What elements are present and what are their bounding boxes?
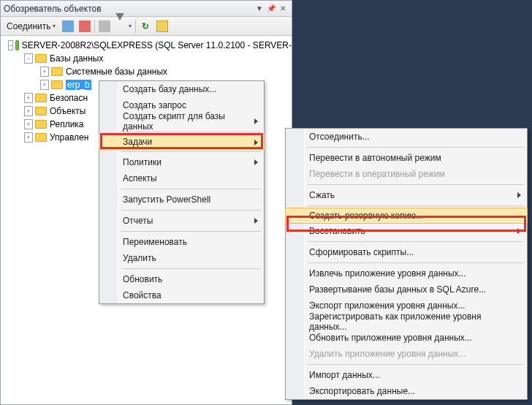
objects-label: Объекты bbox=[50, 106, 86, 116]
menu-separator bbox=[308, 205, 524, 206]
mi-import[interactable]: Импорт данных... bbox=[286, 367, 527, 383]
mi-deploy-azure[interactable]: Развертывание базы данных в SQL Azure... bbox=[286, 281, 527, 298]
refresh-button[interactable]: ↻ bbox=[138, 19, 153, 34]
collapse-icon[interactable]: − bbox=[24, 53, 33, 64]
folder-icon bbox=[35, 54, 47, 63]
menu-separator bbox=[308, 241, 524, 242]
mi-create-script[interactable]: Создать скрипт для базы данных bbox=[99, 113, 264, 129]
database-context-menu: Создать базу данных... Создать запрос Со… bbox=[99, 80, 265, 304]
folder-icon bbox=[51, 67, 63, 76]
folder-icon bbox=[35, 133, 47, 142]
filter-button[interactable] bbox=[114, 19, 133, 34]
menu-separator bbox=[308, 262, 524, 263]
toolbar-separator bbox=[135, 20, 136, 33]
menu-separator bbox=[121, 268, 261, 269]
toolbar-separator bbox=[94, 20, 95, 33]
mi-extract-dt[interactable]: Извлечь приложение уровня данных... bbox=[286, 265, 527, 281]
mi-register-dt[interactable]: Зарегистрировать как приложение уровня д… bbox=[286, 314, 527, 330]
menu-separator bbox=[121, 132, 261, 132]
mi-backup[interactable]: Создать резервную копию... bbox=[285, 208, 528, 224]
tree-databases-node[interactable]: − Базы данных bbox=[4, 52, 292, 65]
mi-create-db[interactable]: Создать базу данных... bbox=[99, 81, 264, 97]
folder-icon bbox=[35, 94, 47, 102]
mi-policies[interactable]: Политики bbox=[99, 154, 264, 170]
mi-compress[interactable]: Сжать bbox=[286, 187, 527, 203]
security-label: Безопасн bbox=[50, 93, 88, 103]
mi-update-dt[interactable]: Обновить приложение уровня данных... bbox=[286, 330, 527, 346]
expand-icon[interactable]: + bbox=[40, 80, 49, 90]
menu-separator bbox=[121, 210, 261, 211]
panel-title: Обозреватель объектов bbox=[4, 4, 254, 14]
mi-powershell[interactable]: Запустить PowerShell bbox=[99, 192, 264, 208]
dbs-label: Базы данных bbox=[50, 53, 103, 64]
folder-icon bbox=[35, 120, 47, 129]
replication-label: Реплика bbox=[50, 119, 84, 129]
mi-properties[interactable]: Свойства bbox=[99, 287, 264, 303]
mi-delete[interactable]: Удалить bbox=[99, 250, 264, 266]
expand-icon[interactable]: + bbox=[24, 132, 33, 143]
disconnect-server-button[interactable] bbox=[77, 19, 92, 34]
tree-server-node[interactable]: − SERVER-2008R2\SQLEXPRESS (SQL Server 1… bbox=[4, 39, 292, 52]
expand-icon[interactable]: + bbox=[24, 106, 33, 116]
folder-icon bbox=[35, 107, 47, 116]
menu-separator bbox=[121, 189, 261, 189]
collapse-icon[interactable]: − bbox=[8, 40, 13, 50]
connect-button[interactable]: Соединить bbox=[4, 19, 58, 34]
tasks-submenu: Отсоединить... Перевести в автономный ре… bbox=[285, 128, 528, 400]
expand-icon[interactable]: + bbox=[40, 67, 49, 77]
close-icon[interactable]: ✕ bbox=[278, 4, 288, 14]
panel-titlebar: Обозреватель объектов ▼ 📌 ✕ bbox=[1, 1, 292, 17]
connect-server-button[interactable] bbox=[61, 19, 75, 34]
expand-icon[interactable]: + bbox=[24, 93, 33, 103]
mi-restore[interactable]: Восстановить bbox=[286, 223, 527, 239]
toolbar: Соединить ↻ bbox=[1, 17, 292, 36]
mi-refresh[interactable]: Обновить bbox=[99, 271, 264, 287]
mi-aspects[interactable]: Аспекты bbox=[99, 170, 264, 186]
mi-reports[interactable]: Отчеты bbox=[99, 213, 264, 229]
pin-icon[interactable]: 📌 bbox=[266, 4, 276, 14]
menu-separator bbox=[308, 147, 524, 148]
mi-scripts[interactable]: Сформировать скрипты... bbox=[286, 244, 527, 260]
selected-db-label: erp_b bbox=[66, 80, 91, 90]
tree-sysdbs-node[interactable]: + Системные базы данных bbox=[4, 65, 292, 78]
mi-export[interactable]: Экспортировать данные... bbox=[286, 383, 527, 399]
mi-rename[interactable]: Переименовать bbox=[99, 234, 264, 250]
menu-separator bbox=[308, 184, 524, 185]
menu-separator bbox=[121, 151, 261, 152]
mi-delete-dt: Удалить приложение уровня данных... bbox=[286, 346, 527, 362]
sysdbs-label: Системные базы данных bbox=[66, 67, 167, 77]
server-label: SERVER-2008R2\SQLEXPRESS (SQL Server 11.… bbox=[22, 40, 292, 50]
stop-button[interactable] bbox=[97, 19, 112, 34]
mi-offline[interactable]: Перевести в автономный режим bbox=[286, 150, 527, 166]
mi-online: Перевести в оперативный режим bbox=[286, 166, 527, 182]
dropdown-icon[interactable]: ▼ bbox=[254, 4, 265, 14]
menu-separator bbox=[308, 364, 524, 365]
mi-detach[interactable]: Отсоединить... bbox=[286, 129, 527, 145]
management-label: Управлен bbox=[50, 132, 88, 143]
expand-icon[interactable]: + bbox=[24, 119, 33, 129]
database-icon bbox=[51, 80, 63, 89]
menu-separator bbox=[121, 231, 261, 232]
mi-tasks[interactable]: Задачи bbox=[99, 134, 265, 150]
show-details-button[interactable] bbox=[155, 19, 170, 34]
server-icon bbox=[15, 40, 18, 50]
